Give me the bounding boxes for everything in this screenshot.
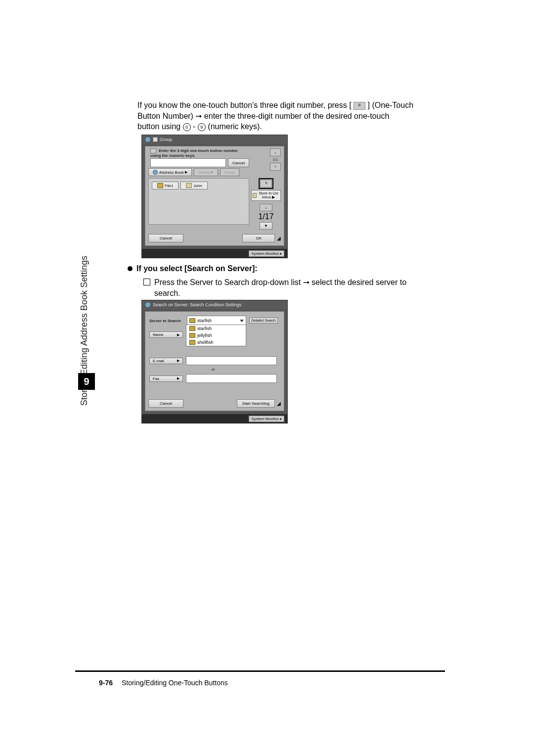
server-icon (189, 333, 195, 338)
page-up-button[interactable]: ▲ (270, 148, 281, 156)
one-touch-number-input[interactable] (150, 158, 226, 167)
address-book-icon (153, 170, 158, 175)
right-group: ⠿ Store In Usr Inbox ▶ ▲ 1/17 ▼ (251, 178, 281, 230)
dialog-titlebar: Search on Server: Search Condition Setti… (142, 300, 287, 309)
top-page-count: 1/1 (272, 157, 278, 162)
list-up-button[interactable]: ▲ (260, 204, 272, 211)
server-option-shellfish[interactable]: shellfish (186, 339, 246, 346)
numeric-key-9-icon: 9 (198, 123, 206, 131)
list-item-john[interactable]: John (180, 182, 207, 189)
dialog-titlebar: Group (142, 135, 287, 144)
top-pager: ▲ 1/1 ▼ (270, 148, 281, 171)
dialog-body: Server to Search starfish Detailed Searc… (145, 311, 284, 411)
server-icon (189, 326, 195, 331)
list-down-button[interactable]: ▼ (260, 222, 272, 230)
store-in-user-inbox-button[interactable]: Store In Usr Inbox ▶ (251, 190, 281, 201)
system-monitor-button[interactable]: System Monitor ▸ (249, 416, 284, 422)
or-label: or (211, 367, 215, 372)
numeric-key-0-icon: 0 (183, 123, 191, 131)
server-option-label: jellyfish (197, 333, 212, 338)
dialog-title: Group (160, 137, 172, 142)
server-icon (189, 318, 195, 323)
page-footer: 9-76 Storing/Editing One-Touch Buttons (99, 679, 228, 687)
chevron-down-icon (240, 320, 244, 322)
server-to-search-dropdown[interactable]: starfish (187, 316, 246, 326)
resize-corner-icon: ◢ (277, 401, 281, 406)
destination-list: File1 John (148, 178, 249, 225)
screenshot-search-on-server: Search on Server: Search Condition Setti… (141, 300, 288, 424)
mid-page-count: 1/17 (258, 212, 273, 221)
bullet-heading: If you select [Search on Server]: (136, 264, 258, 273)
dialog-bottom-bar: Cancel OK ◢ (148, 234, 281, 242)
dialog-footer: System Monitor ▸ (142, 249, 287, 258)
details-button[interactable]: Details ▶ (194, 168, 218, 176)
file1-label: File1 (165, 184, 173, 188)
page-number: 9-76 (99, 679, 113, 687)
intro-text-1a: If you know the one-touch button's three… (137, 101, 352, 109)
sub-bullet-icon (143, 279, 150, 285)
one-touch-number-button[interactable]: ⠿ (260, 180, 272, 188)
intro-text-3a: button using (137, 122, 183, 131)
intro-text-1b: ] (One-Touch (368, 101, 413, 109)
one-touch-number-highlight: ⠿ (259, 178, 273, 189)
number-entry-row: Cancel (150, 158, 249, 167)
inbox-icon (186, 183, 192, 188)
intro-text-3b: - (193, 122, 198, 131)
name-button[interactable]: Name ▶ (149, 331, 183, 338)
detailed-search-button[interactable]: Detailed Search (249, 318, 278, 323)
number-cancel-button[interactable]: Cancel (228, 158, 249, 167)
server-dropdown-list: starfish jellyfish shellfish (186, 325, 246, 346)
footer-divider (75, 670, 445, 672)
bullet-icon (128, 266, 133, 271)
email-input[interactable] (186, 356, 277, 365)
one-touch-small-icon (150, 148, 156, 153)
fax-button[interactable]: Fax ▶ (149, 376, 183, 382)
dialog-bottom-bar: Cancel Start Searching ◢ (148, 399, 281, 408)
address-book-label: Address Book (159, 170, 184, 175)
server-option-label: starfish (197, 326, 212, 331)
detailed-search-label: Detailed Search (251, 319, 276, 322)
one-touch-number-icon: ⠿ (354, 102, 365, 110)
email-button[interactable]: E-mail ▶ (149, 358, 183, 364)
name-label: Name (153, 332, 163, 337)
folder-icon (157, 183, 163, 188)
fax-input[interactable] (186, 374, 277, 383)
address-book-button[interactable]: Address Book ▶ (148, 168, 192, 176)
resize-corner-icon: ◢ (277, 236, 281, 241)
erase-button[interactable]: Erase (220, 168, 239, 176)
dialog-footer: System Monitor ▸ (142, 414, 287, 423)
server-icon (189, 340, 195, 345)
server-selected-value: starfish (197, 318, 212, 323)
instruction-text: Enter the 3 digit one-touch button numbe… (150, 148, 249, 158)
server-option-starfish[interactable]: starfish (186, 325, 246, 332)
globe-icon (145, 302, 151, 308)
intro-text-3c: (numeric keys). (208, 122, 262, 131)
server-option-label: shellfish (197, 340, 214, 345)
email-label: E-mail (153, 359, 164, 363)
cancel-button[interactable]: Cancel (148, 399, 183, 408)
sub-bullet-text: Press the Server to Search drop-down lis… (154, 277, 434, 298)
john-label: John (193, 184, 202, 188)
server-to-search-label: Server to Search (149, 319, 184, 323)
dialog-title: Search on Server: Search Condition Setti… (153, 302, 241, 307)
list-item-file1[interactable]: File1 (152, 182, 178, 189)
server-option-jellyfish[interactable]: jellyfish (186, 332, 246, 339)
ok-button[interactable]: OK (242, 234, 275, 242)
globe-icon (145, 137, 151, 142)
chapter-badge: 9 (78, 373, 95, 390)
start-searching-button[interactable]: Start Searching (237, 399, 275, 408)
options-icon (153, 137, 158, 142)
details-label: Details (198, 170, 210, 175)
store-in-user-inbox-label: Store In Usr Inbox ▶ (258, 191, 279, 199)
intro-text-2: Button Number) ➞ enter the three-digit n… (137, 112, 389, 120)
page-down-button[interactable]: ▼ (270, 163, 281, 171)
footer-title: Storing/Editing One-Touch Buttons (122, 679, 228, 687)
source-buttons-row: Address Book ▶ Details ▶ Erase (148, 168, 239, 176)
bullet-section: If you select [Search on Server]: Press … (128, 264, 434, 298)
cancel-button[interactable]: Cancel (148, 234, 183, 242)
intro-paragraph: If you know the one-touch button's three… (137, 100, 434, 132)
user-inbox-icon (253, 193, 257, 198)
dialog-body: Enter the 3 digit one-touch button numbe… (145, 146, 284, 246)
instruction-text-label: Enter the 3 digit one-touch button numbe… (150, 148, 238, 158)
system-monitor-button[interactable]: System Monitor ▸ (249, 250, 284, 257)
